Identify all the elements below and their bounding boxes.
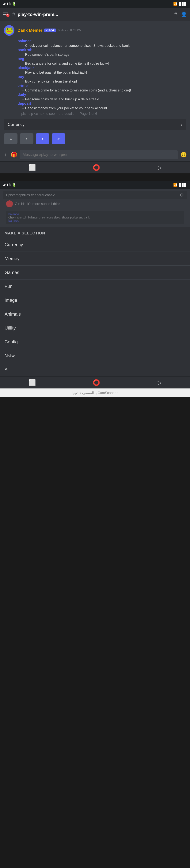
screen2-square-icon[interactable]: ⬜ xyxy=(28,379,36,386)
dropdown-item-games[interactable]: Games xyxy=(0,266,190,280)
triangle-icon[interactable]: ▷ xyxy=(157,164,162,171)
message-meta: Dank Memer ✓ BOT Today at 8:45 PM xyxy=(18,28,82,33)
bg-embed: balance Check your coin balance, or some… xyxy=(6,211,184,224)
dropdown-item-fun[interactable]: Fun xyxy=(0,280,190,293)
circle-icon[interactable]: ⭕ xyxy=(93,164,100,171)
embed-arrow-icon: › xyxy=(181,122,182,127)
square-icon[interactable]: ⬜ xyxy=(28,164,36,171)
hash-icon[interactable]: # xyxy=(175,11,177,17)
cmd-deposit-desc: Deposit money from your pocket to your b… xyxy=(18,106,107,110)
wifi-icon: 📶 xyxy=(173,2,178,6)
dropdown-item-currency[interactable]: Currency xyxy=(0,238,190,252)
screen2-status-time: ٨:١٥ xyxy=(3,183,11,187)
cmd-blackjack[interactable]: blackjack xyxy=(18,66,186,70)
bot-badge: ✓ BOT xyxy=(44,29,56,32)
cmd-balance[interactable]: balance xyxy=(18,39,186,43)
status-right: 📶 ▊▊▊ xyxy=(173,2,187,6)
dropdown-header-text: Make a selection xyxy=(5,231,45,235)
gift-icon[interactable]: 🎁 xyxy=(11,152,17,158)
plus-icon[interactable]: ＋ xyxy=(3,151,8,158)
cmd-bankrob[interactable]: bankrob xyxy=(18,48,186,52)
avatar-emoji: 🐸 xyxy=(5,26,13,34)
first-page-button[interactable]: « xyxy=(4,133,18,144)
bg-embed-title2: bankrob xyxy=(8,219,182,222)
screen2-status-right: 📶 ▊▊▊ xyxy=(173,183,187,187)
cmd-buy-desc: Buy currency items from the shop! xyxy=(18,80,77,83)
cmd-daily-desc: Get some coins daily, and build up a dai… xyxy=(18,97,99,101)
username-row: Dank Memer ✓ BOT Today at 8:45 PM xyxy=(18,28,82,33)
settings-icon: ⚙ xyxy=(180,192,184,198)
nav-icons: # 👤 xyxy=(175,11,187,17)
cmd-buy[interactable]: buy xyxy=(18,74,186,79)
cmd-daily[interactable]: daily xyxy=(18,92,186,97)
bot-label: BOT xyxy=(49,29,55,32)
nav-buttons: « ‹ › » xyxy=(4,133,186,148)
hamburger-button[interactable]: 1 xyxy=(3,12,8,16)
page-info: pls help <cmd> to see more details — Pag… xyxy=(18,112,186,116)
channel-hash-icon: # xyxy=(12,11,15,18)
bg-username: Ox: ldk, it's more subtle I think xyxy=(15,202,60,206)
screen2-bottom-nav: ⬜ ⭕ ▷ xyxy=(0,376,190,389)
username: Dank Memer xyxy=(18,28,42,33)
bg-chat: Epistemophilics #general-chat-2 ⚙ Ox: ld… xyxy=(0,189,190,227)
screen2-battery-icon: 🔋 xyxy=(12,183,17,187)
battery-icon: 🔋 xyxy=(12,2,17,6)
prev-page-button[interactable]: ‹ xyxy=(20,133,33,144)
status-left: ٨:١٥ 🔋 xyxy=(3,2,17,6)
cmd-crime-desc: Commit a crime for a chance to win some … xyxy=(18,88,131,92)
dropdown-item-config[interactable]: Config xyxy=(0,335,190,349)
dropdown-item-nsfw[interactable]: Nsfw xyxy=(0,349,190,363)
cmd-bankrob-desc: Rob someone's bank storage! xyxy=(18,53,70,57)
cmd-deposit[interactable]: deposit xyxy=(18,101,186,106)
dropdown-item-animals[interactable]: Animals xyxy=(0,307,190,321)
hamburger-line xyxy=(3,12,8,13)
chat-area: 🐸 Dank Memer ✓ BOT Today at 8:45 PM bala… xyxy=(0,21,190,148)
channel-name: play-to-win-prem... xyxy=(18,12,175,17)
message-input-area: ＋ 🎁 🙂 xyxy=(0,148,190,161)
screen2-triangle-icon[interactable]: ▷ xyxy=(157,379,162,386)
bg-embed-title: balance xyxy=(8,213,182,216)
screen2-wifi-icon: 📶 xyxy=(173,183,178,187)
bg-chat-header: Ox: ldk, it's more subtle I think xyxy=(6,200,184,207)
avatar: 🐸 xyxy=(4,25,14,36)
dropdown-item-memey[interactable]: Memey xyxy=(0,252,190,266)
bottom-nav: ⬜ ⭕ ▷ xyxy=(0,161,190,174)
screen2: ٨:١٥ 🔋 📶 ▊▊▊ Epistemophilics #general-ch… xyxy=(0,181,190,389)
dropdown-item-image[interactable]: Image xyxy=(0,293,190,307)
screen2-circle-icon[interactable]: ⭕ xyxy=(93,379,100,386)
notification-badge: 1 xyxy=(6,13,9,17)
screen2-status-left: ٨:١٥ 🔋 xyxy=(3,183,17,187)
watermark-text: CamScanner بـ المسموحة ذونيا xyxy=(72,391,118,395)
screen2-signal-icon: ▊▊▊ xyxy=(179,183,187,187)
status-time: ٨:١٥ xyxy=(3,2,11,6)
embed-box[interactable]: Currency › xyxy=(4,119,186,130)
message-content: balance Check your coin balance, or some… xyxy=(4,39,186,116)
top-nav: 1 # play-to-win-prem... # 👤 xyxy=(0,8,190,21)
dropdown-item-all[interactable]: All xyxy=(0,363,190,376)
bg-avatar xyxy=(6,200,13,207)
cmd-beg[interactable]: beg xyxy=(18,57,186,61)
emoji-icon[interactable]: 🙂 xyxy=(180,152,187,158)
next-page-button[interactable]: › xyxy=(36,133,50,144)
cmd-blackjack-desc: Play and bet against the bot in blackjac… xyxy=(18,70,87,74)
last-page-button[interactable]: » xyxy=(52,133,65,144)
dropdown-menu: Make a selection Currency Memey Games Fu… xyxy=(0,227,190,376)
bg-channel-bar: Epistemophilics #general-chat-2 ⚙ xyxy=(3,191,187,199)
cmd-crime[interactable]: crime xyxy=(18,84,186,88)
person-icon[interactable]: 👤 xyxy=(181,11,187,17)
cmd-balance-desc: Check your coin balance, or someone else… xyxy=(18,44,130,48)
dropdown-item-utility[interactable]: Utility xyxy=(0,321,190,335)
message-input[interactable] xyxy=(20,150,178,159)
screen-divider xyxy=(0,174,190,181)
status-bar: ٨:١٥ 🔋 📶 ▊▊▊ xyxy=(0,0,190,8)
screen1: ٨:١٥ 🔋 📶 ▊▊▊ 1 # play-to-win-prem... # 👤… xyxy=(0,0,190,174)
watermark: CamScanner بـ المسموحة ذونيا xyxy=(0,389,190,397)
dropdown-header: Make a selection xyxy=(0,227,190,238)
signal-icon: ▊▊▊ xyxy=(179,2,187,6)
bg-channel-name: Epistemophilics #general-chat-2 xyxy=(6,193,55,197)
embed-label: Currency xyxy=(8,122,25,127)
checkmark-icon: ✓ xyxy=(46,29,48,32)
cmd-beg-desc: Beg strangers for coins, and some items … xyxy=(18,62,109,65)
timestamp: Today at 8:45 PM xyxy=(58,29,82,32)
message-header: 🐸 Dank Memer ✓ BOT Today at 8:45 PM xyxy=(4,25,186,36)
